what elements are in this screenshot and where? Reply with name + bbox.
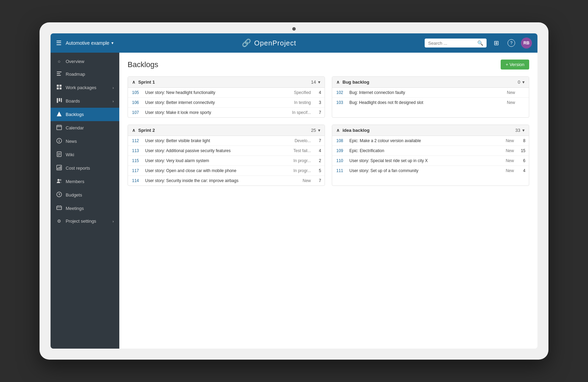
content-area: Backlogs + Version ∧ Sprint 1 14 ▾ 105 U… bbox=[119, 53, 537, 349]
item-id[interactable]: 108 bbox=[332, 136, 346, 146]
item-status: In progr... bbox=[281, 166, 314, 176]
item-id[interactable]: 109 bbox=[332, 146, 346, 156]
table-row: 102 Bug: Internet connection faulty New bbox=[332, 88, 529, 98]
overview-icon: ○ bbox=[56, 59, 62, 64]
item-title: Epic: Make a 2 colour version available bbox=[346, 136, 492, 146]
item-points: 3 bbox=[314, 98, 325, 108]
item-points: 4 bbox=[314, 88, 325, 98]
count-sprint1: 14 bbox=[311, 79, 316, 85]
item-id[interactable]: 117 bbox=[128, 166, 142, 176]
sidebar-item-boards[interactable]: Boards › bbox=[51, 94, 119, 108]
avatar-initials: RB bbox=[523, 41, 529, 45]
item-id[interactable]: 114 bbox=[128, 176, 142, 186]
item-status: New bbox=[492, 166, 518, 176]
grid-menu-button[interactable]: ⊞ bbox=[491, 38, 502, 49]
item-id[interactable]: 102 bbox=[332, 88, 346, 98]
item-title: Bug: Headlight does not fit designed slo… bbox=[346, 98, 491, 108]
item-id[interactable]: 106 bbox=[128, 98, 142, 108]
table-row: 114 User story: Security inside the car:… bbox=[128, 176, 325, 186]
item-id[interactable]: 110 bbox=[332, 156, 346, 166]
item-points: 5 bbox=[314, 166, 325, 176]
backlog-idea-backlog: ∧ idea backlog 33 ▾ 108 Epic: Make a 2 c… bbox=[332, 125, 529, 186]
boards-icon bbox=[56, 98, 62, 104]
table-row: 108 Epic: Make a 2 colour version availa… bbox=[332, 136, 529, 146]
collapse-icon-idea-backlog[interactable]: ∧ bbox=[336, 128, 340, 133]
svg-point-27 bbox=[60, 179, 62, 181]
search-box[interactable]: 🔍 bbox=[425, 39, 487, 47]
svg-point-16 bbox=[59, 139, 59, 140]
sidebar-item-meetings[interactable]: Meetings bbox=[51, 202, 119, 215]
backlog-header-sprint1: ∧ Sprint 1 14 ▾ bbox=[128, 77, 325, 88]
item-title: User story: New headlight functionality bbox=[142, 88, 271, 98]
sidebar-item-budgets[interactable]: Budgets bbox=[51, 188, 119, 202]
help-icon: ? bbox=[508, 39, 515, 47]
sidebar-label-boards: Boards bbox=[66, 98, 80, 104]
item-points: 2 bbox=[314, 156, 325, 166]
backlog-table-idea-backlog: 108 Epic: Make a 2 colour version availa… bbox=[332, 136, 529, 176]
sidebar-item-news[interactable]: News bbox=[51, 135, 119, 148]
sidebar-item-project-settings[interactable]: ⚙ Project settings › bbox=[51, 215, 119, 227]
dropdown-sprint2[interactable]: ▾ bbox=[318, 128, 320, 133]
table-row: 105 User story: New headlight functional… bbox=[128, 88, 325, 98]
app-container: ☰ Automotive example ▾ 🔗 OpenProject 🔍 ⊞ bbox=[51, 33, 537, 349]
item-id[interactable]: 107 bbox=[128, 108, 142, 118]
table-row: 109 Epic: Electrification New 15 bbox=[332, 146, 529, 156]
item-points: 8 bbox=[518, 136, 529, 146]
item-id[interactable]: 105 bbox=[128, 88, 142, 98]
item-status: New bbox=[491, 88, 519, 98]
help-button[interactable]: ? bbox=[506, 38, 517, 49]
search-input[interactable] bbox=[428, 41, 475, 46]
avatar[interactable]: RB bbox=[521, 38, 532, 49]
svg-rect-24 bbox=[59, 167, 59, 169]
sidebar-item-members[interactable]: Members bbox=[51, 175, 119, 188]
item-title: User story: Set up of a fan community bbox=[346, 166, 492, 176]
boards-arrow: › bbox=[112, 99, 114, 103]
item-id[interactable]: 113 bbox=[128, 146, 142, 156]
sidebar-item-work-packages[interactable]: Work packages › bbox=[51, 81, 119, 94]
backlog-table-bug-backlog: 102 Bug: Internet connection faulty New … bbox=[332, 88, 529, 107]
collapse-icon-sprint2[interactable]: ∧ bbox=[132, 128, 135, 133]
item-points bbox=[519, 98, 529, 108]
svg-rect-19 bbox=[58, 153, 61, 153]
backlog-header-sprint2: ∧ Sprint 2 25 ▾ bbox=[128, 125, 325, 136]
svg-marker-10 bbox=[57, 112, 62, 116]
item-status: In specif... bbox=[271, 108, 314, 118]
backlog-table-sprint2: 112 User story: Better visible brake lig… bbox=[128, 136, 325, 185]
news-icon bbox=[56, 138, 62, 145]
backlog-sprint1: ∧ Sprint 1 14 ▾ 105 User story: New head… bbox=[128, 76, 325, 118]
item-id[interactable]: 115 bbox=[128, 156, 142, 166]
add-version-button[interactable]: + Version bbox=[501, 60, 529, 70]
sidebar-item-cost-reports[interactable]: Cost reports bbox=[51, 161, 119, 175]
grid-icon: ⊞ bbox=[494, 39, 499, 47]
svg-rect-7 bbox=[57, 98, 58, 103]
count-idea-backlog: 33 bbox=[515, 128, 520, 133]
page-title: Backlogs bbox=[128, 60, 158, 69]
item-title: User story: Better internet connectivity bbox=[142, 98, 271, 108]
project-selector[interactable]: Automotive example ▾ bbox=[66, 40, 113, 46]
sidebar-item-backlogs[interactable]: Backlogs bbox=[51, 108, 119, 121]
dropdown-bug-backlog[interactable]: ▾ bbox=[522, 79, 525, 85]
sidebar-item-calendar[interactable]: Calendar bbox=[51, 121, 119, 135]
sidebar-item-wiki[interactable]: Wiki bbox=[51, 148, 119, 161]
menu-icon[interactable]: ☰ bbox=[56, 39, 62, 47]
table-row: 107 User story: Make it look more sporty… bbox=[128, 108, 325, 118]
dropdown-sprint1[interactable]: ▾ bbox=[318, 79, 320, 85]
count-bug-backlog: 0 bbox=[518, 79, 520, 85]
item-id[interactable]: 103 bbox=[332, 98, 346, 108]
collapse-icon-sprint1[interactable]: ∧ bbox=[132, 79, 135, 85]
svg-rect-0 bbox=[57, 72, 62, 72]
svg-rect-31 bbox=[60, 205, 61, 206]
sidebar-item-overview[interactable]: ○ Overview bbox=[51, 55, 119, 67]
collapse-icon-bug-backlog[interactable]: ∧ bbox=[336, 79, 340, 85]
svg-rect-13 bbox=[60, 125, 61, 126]
sidebar-item-roadmap[interactable]: Roadmap bbox=[51, 67, 119, 81]
search-icon[interactable]: 🔍 bbox=[477, 40, 483, 46]
dropdown-idea-backlog[interactable]: ▾ bbox=[522, 128, 525, 133]
page-header: Backlogs + Version bbox=[128, 60, 529, 70]
item-id[interactable]: 111 bbox=[332, 166, 346, 176]
backlog-header-idea-backlog: ∧ idea backlog 33 ▾ bbox=[332, 125, 529, 136]
item-status: In testing bbox=[271, 98, 314, 108]
backlog-title-idea-backlog: ∧ idea backlog bbox=[336, 128, 370, 133]
item-id[interactable]: 112 bbox=[128, 136, 142, 146]
budgets-icon bbox=[56, 192, 62, 198]
